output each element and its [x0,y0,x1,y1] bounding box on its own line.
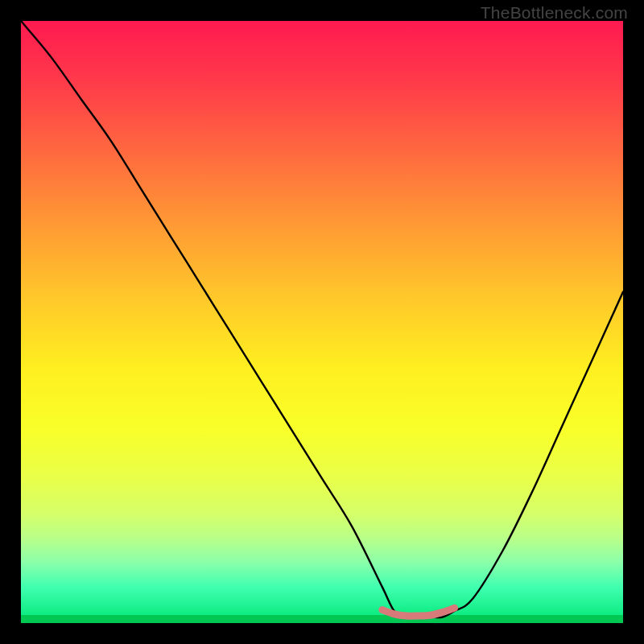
bottleneck-curve [21,21,623,617]
watermark-text: TheBottleneck.com [481,3,628,23]
plot-area [21,21,623,623]
curve-svg [21,21,623,623]
chart-frame: TheBottleneck.com [0,0,644,644]
